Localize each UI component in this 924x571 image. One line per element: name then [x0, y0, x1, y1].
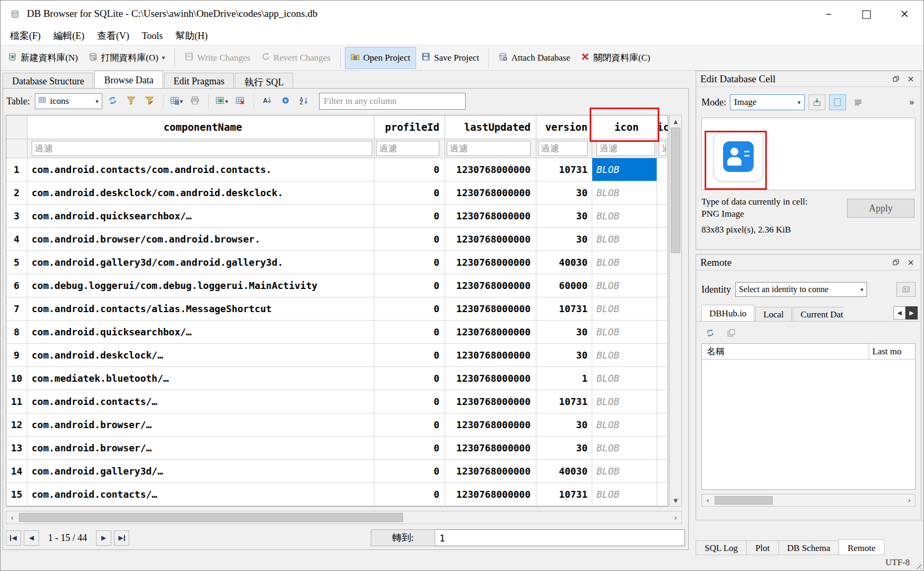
cell-clipped[interactable]	[657, 460, 668, 483]
row-number-cell[interactable]: 7	[6, 297, 27, 321]
previous-page-button[interactable]: ◀	[24, 530, 39, 546]
find-replace-button[interactable]: AZ	[296, 93, 312, 109]
row-number-cell[interactable]: 5	[6, 251, 27, 274]
refresh-table-button[interactable]	[105, 93, 121, 109]
scroll-up-icon[interactable]: ▲	[670, 115, 681, 127]
cell-icon[interactable]: BLOB	[592, 367, 657, 390]
cell-clipped[interactable]	[657, 274, 668, 297]
cell-icon[interactable]: BLOB	[592, 344, 657, 367]
cell-lastupdated[interactable]: 1230768000000	[445, 344, 536, 367]
column-header-lastupdated[interactable]: lastUpdated	[445, 115, 536, 139]
insert-record-button[interactable]: ▾	[214, 93, 230, 109]
cell-version[interactable]: 10731	[536, 390, 592, 413]
cell-profileid[interactable]: 0	[374, 344, 445, 367]
row-number-cell[interactable]: 11	[6, 390, 27, 413]
minimize-button[interactable]: –	[810, 1, 848, 27]
cell-componentname[interactable]: com.android.contacts/…	[27, 390, 374, 413]
float-panel-button[interactable]	[890, 73, 902, 85]
remote-column-name[interactable]: 名稱	[702, 344, 869, 359]
corner-header-cell[interactable]	[6, 115, 27, 139]
save-table-button[interactable]: ▾	[169, 93, 185, 109]
cell-lastupdated[interactable]: 1230768000000	[445, 158, 536, 181]
cell-lastupdated[interactable]: 1230768000000	[445, 390, 536, 413]
cell-profileid[interactable]: 0	[374, 181, 445, 205]
cell-lastupdated[interactable]: 1230768000000	[445, 321, 536, 344]
cell-icon[interactable]: BLOB	[592, 460, 657, 483]
row-number-cell[interactable]: 1	[6, 158, 27, 181]
first-page-button[interactable]: ◀	[6, 530, 21, 546]
remote-scroll-right-icon[interactable]: ›	[903, 496, 915, 505]
print-button[interactable]	[187, 93, 203, 109]
tab-sql-log[interactable]: SQL Log	[696, 540, 747, 555]
cell-clipped[interactable]	[657, 367, 668, 390]
open-project-button[interactable]: Open Project	[345, 47, 416, 69]
filter-input-profileid[interactable]: 過濾	[376, 141, 439, 156]
text-view-toggle[interactable]	[850, 94, 867, 110]
filter-input-lastupdated[interactable]: 過濾	[447, 141, 531, 156]
cell-clipped[interactable]	[657, 251, 668, 274]
cell-clipped[interactable]	[657, 390, 668, 413]
cell-profileid[interactable]: 0	[374, 483, 445, 506]
row-number-cell[interactable]: 4	[6, 228, 27, 251]
close-button[interactable]: ×	[886, 1, 923, 27]
cell-version[interactable]: 40030	[536, 460, 592, 483]
close-panel-button[interactable]: ×	[905, 73, 917, 85]
cell-profileid[interactable]: 0	[374, 205, 445, 228]
close-database-button[interactable]: 關閉資料庫(C)	[575, 47, 656, 69]
cell-clipped[interactable]	[657, 181, 668, 205]
cell-componentname[interactable]: com.android.contacts/alias.MessageShortc…	[27, 297, 374, 321]
cell-version[interactable]: 30	[536, 344, 592, 367]
cell-lastupdated[interactable]: 1230768000000	[445, 437, 536, 460]
cell-icon[interactable]: BLOB	[592, 274, 657, 297]
row-number-cell[interactable]: 6	[6, 274, 27, 297]
overflow-chevron-icon[interactable]: »	[909, 97, 916, 108]
row-number-cell[interactable]: 13	[6, 437, 27, 460]
cell-componentname[interactable]: com.android.deskclock/com.android.deskcl…	[27, 181, 374, 205]
row-number-cell[interactable]: 15	[6, 483, 27, 506]
cell-clipped[interactable]	[657, 158, 668, 181]
cell-icon[interactable]: BLOB	[592, 228, 657, 251]
cell-version[interactable]: 30	[536, 437, 592, 460]
cell-icon[interactable]: BLOB	[592, 437, 657, 460]
cell-version[interactable]: 30	[536, 228, 592, 251]
tab-current-database[interactable]: Current Dat	[793, 307, 843, 321]
cell-lastupdated[interactable]: 1230768000000	[445, 228, 536, 251]
menu-file[interactable]: 檔案(F)	[4, 28, 47, 44]
cell-version[interactable]: 1	[536, 367, 592, 390]
revert-changes-button[interactable]: Revert Changes	[256, 47, 336, 69]
remote-refresh-button[interactable]	[704, 326, 716, 339]
cell-version[interactable]: 60000	[536, 274, 592, 297]
cell-icon[interactable]: BLOB	[592, 181, 657, 205]
edit-display-format-button[interactable]	[278, 93, 294, 109]
horizontal-scrollbar[interactable]: ‹ ›	[6, 511, 682, 524]
import-data-button[interactable]	[808, 94, 825, 110]
tab-db-schema[interactable]: DB Schema	[778, 540, 840, 555]
remote-clone-button[interactable]	[725, 326, 737, 339]
tab-dbhub[interactable]: DBHub.io	[701, 305, 754, 321]
filter-input-icon[interactable]: 過濾	[596, 141, 655, 156]
cell-version[interactable]: 30	[536, 181, 592, 205]
cell-clipped[interactable]	[657, 297, 668, 321]
cell-componentname[interactable]: com.android.gallery3d/com.android.galler…	[27, 251, 374, 274]
attach-database-button[interactable]: Attach Database	[493, 47, 575, 69]
column-header-profileid[interactable]: profileId	[374, 115, 445, 139]
cell-lastupdated[interactable]: 1230768000000	[445, 251, 536, 274]
identity-settings-button[interactable]	[897, 282, 916, 297]
cell-profileid[interactable]: 0	[374, 321, 445, 344]
cell-clipped[interactable]	[657, 344, 668, 367]
close-panel-button[interactable]: ×	[905, 257, 917, 268]
open-database-dropdown-icon[interactable]: ▾	[162, 54, 165, 61]
tab-plot[interactable]: Plot	[746, 540, 778, 555]
cell-componentname[interactable]: com.android.quicksearchbox/…	[27, 321, 374, 344]
filter-any-column-input[interactable]	[319, 93, 466, 110]
row-number-cell[interactable]: 12	[6, 413, 27, 437]
cell-componentname[interactable]: com.android.quicksearchbox/…	[27, 205, 374, 228]
cell-clipped[interactable]	[657, 413, 668, 437]
remote-horizontal-scrollbar[interactable]: ‹ ›	[701, 494, 916, 507]
cell-componentname[interactable]: com.android.browser/com.android.browser.	[27, 228, 374, 251]
new-database-button[interactable]: 新建資料庫(N)	[3, 47, 83, 69]
cell-profileid[interactable]: 0	[374, 274, 445, 297]
table-select[interactable]: icons ▾	[35, 93, 102, 109]
encoding-status[interactable]: UTF-8	[886, 557, 910, 568]
cell-lastupdated[interactable]: 1230768000000	[445, 297, 536, 321]
